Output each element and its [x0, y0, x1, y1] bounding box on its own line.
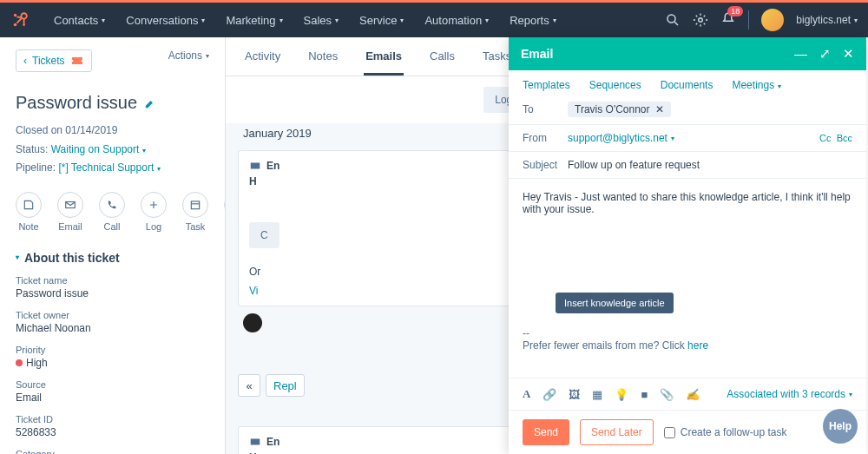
knowledge-tooltip: Insert knowledge article — [556, 293, 674, 313]
svg-rect-13 — [251, 163, 260, 169]
nav-service[interactable]: Service▾ — [351, 9, 412, 32]
phone-icon — [106, 199, 118, 211]
svg-point-0 — [21, 13, 26, 18]
subtab-sequences[interactable]: Sequences — [589, 79, 641, 91]
svg-rect-11 — [191, 201, 199, 209]
send-button[interactable]: Send — [523, 419, 569, 445]
subtab-templates[interactable]: Templates — [523, 79, 570, 91]
plus-icon — [148, 199, 160, 211]
send-later-button[interactable]: Send Later — [580, 419, 654, 445]
hubspot-logo-icon — [10, 10, 30, 30]
bcc-link[interactable]: Bcc — [837, 133, 852, 143]
help-button[interactable]: Help — [823, 409, 858, 444]
left-sidebar: ‹Tickets Actions▾ Password issue Closed … — [0, 37, 226, 454]
status-dropdown[interactable]: Waiting on Support ▾ — [51, 143, 146, 155]
image-icon[interactable]: 🖼 — [569, 388, 580, 401]
link-icon[interactable]: 🔗 — [542, 388, 556, 401]
ticket-title: Password issue — [16, 93, 137, 113]
actions-menu[interactable]: Actions▾ — [168, 49, 209, 62]
field-ticket-name[interactable]: Password issue — [16, 287, 209, 299]
tab-activity[interactable]: Activity — [243, 49, 282, 76]
nav-contacts[interactable]: Contacts▾ — [45, 9, 114, 32]
svg-line-8 — [675, 22, 679, 25]
knowledge-lightbulb-icon[interactable]: 💡 — [615, 388, 628, 401]
svg-rect-14 — [251, 439, 260, 445]
user-avatar[interactable] — [761, 9, 784, 31]
tab-calls[interactable]: Calls — [428, 49, 457, 76]
ticket-icon — [70, 54, 84, 68]
nav-sales[interactable]: Sales▾ — [295, 9, 348, 32]
prev-button[interactable]: « — [238, 374, 260, 397]
nav-automation[interactable]: Automation▾ — [416, 9, 497, 32]
svg-point-2 — [14, 14, 16, 16]
subject-input[interactable]: Follow up on feature request — [568, 159, 700, 171]
search-icon[interactable] — [665, 12, 681, 28]
video-icon[interactable]: ■ — [641, 388, 648, 401]
tab-emails[interactable]: Emails — [364, 49, 404, 76]
account-switcher[interactable]: biglytics.net▾ — [796, 14, 858, 26]
svg-line-3 — [16, 16, 21, 17]
settings-gear-icon[interactable] — [693, 12, 708, 28]
field-source[interactable]: Email — [16, 391, 209, 404]
pipeline-dropdown[interactable]: [*] Technical Support ▾ — [58, 161, 160, 174]
back-to-tickets[interactable]: ‹Tickets — [16, 49, 92, 72]
call-action[interactable] — [99, 192, 125, 218]
from-dropdown[interactable]: support@biglytics.net▾ — [568, 132, 674, 144]
field-id: 5286833 — [16, 426, 209, 438]
about-ticket-toggle[interactable]: ▾About this ticket — [16, 251, 209, 265]
format-text-icon[interactable]: A — [523, 387, 530, 401]
subtab-documents[interactable]: Documents — [661, 79, 713, 91]
modal-title: Email — [521, 47, 553, 61]
tab-notes[interactable]: Notes — [306, 49, 339, 76]
calendar-icon — [189, 199, 201, 211]
envelope-icon — [249, 160, 261, 172]
email-action[interactable] — [57, 192, 83, 218]
svg-point-9 — [699, 18, 703, 23]
document-icon[interactable]: ▦ — [592, 388, 602, 401]
log-action[interactable] — [141, 192, 167, 218]
nav-reports[interactable]: Reports▾ — [501, 9, 565, 32]
attachment-icon[interactable]: 📎 — [660, 388, 674, 401]
signature-icon[interactable]: ✍ — [686, 388, 700, 401]
field-owner[interactable]: Michael Noonan — [16, 322, 209, 334]
svg-point-1 — [14, 23, 17, 27]
svg-point-6 — [23, 23, 25, 26]
notifications-icon[interactable] — [720, 11, 736, 30]
note-action[interactable] — [16, 192, 42, 218]
closed-date: Closed on 01/14/2019 — [16, 122, 209, 141]
followup-checkbox[interactable]: Create a follow-up task — [664, 426, 787, 438]
task-action[interactable] — [182, 192, 208, 218]
note-icon — [23, 199, 35, 211]
minimize-icon[interactable]: — — [794, 46, 807, 62]
unsub-link[interactable]: here — [687, 339, 708, 352]
field-priority[interactable]: High — [16, 357, 209, 369]
sender-avatar — [243, 313, 262, 332]
nav-conversations[interactable]: Conversations▾ — [117, 9, 214, 32]
expand-icon[interactable]: ⤢ — [819, 46, 831, 62]
associated-records[interactable]: Associated with 3 records ▾ — [727, 388, 852, 400]
reply-button[interactable]: Repl — [266, 374, 305, 397]
top-nav: Contacts▾ Conversations▾ Marketing▾ Sale… — [0, 3, 868, 37]
center-panel: Activity Notes Emails Calls Tasks Log Em… — [226, 37, 660, 454]
c-button[interactable]: C — [249, 222, 279, 248]
svg-point-7 — [667, 15, 675, 23]
close-icon[interactable]: ✕ — [843, 46, 854, 62]
subtab-meetings[interactable]: Meetings ▾ — [732, 79, 780, 91]
cc-link[interactable]: Cc — [819, 133, 831, 143]
nav-marketing[interactable]: Marketing▾ — [217, 9, 291, 32]
svg-line-4 — [16, 18, 21, 23]
chip-remove-icon[interactable]: ✕ — [655, 103, 664, 115]
email-compose-modal: Email — ⤢ ✕ Templates Sequences Document… — [509, 37, 866, 454]
recipient-chip[interactable]: Travis O'Connor✕ — [568, 102, 671, 117]
edit-pencil-icon[interactable] — [144, 97, 156, 109]
email-icon — [64, 199, 76, 211]
